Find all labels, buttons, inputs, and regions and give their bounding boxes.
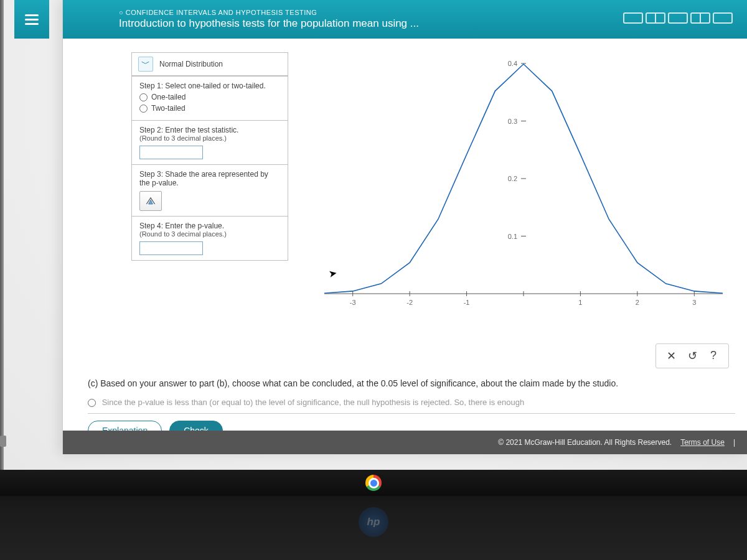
svg-text:3: 3 <box>692 299 696 306</box>
radio-one-tailed[interactable]: One-tailed <box>139 93 280 101</box>
collapse-icon[interactable]: ﹀ <box>138 57 153 72</box>
header-title: Introduction to hypothesis tests for the… <box>119 17 419 30</box>
hp-logo: hp <box>359 507 388 537</box>
menu-button[interactable] <box>14 0 49 39</box>
test-statistic-input[interactable] <box>139 146 203 159</box>
shade-tool-button[interactable] <box>139 191 162 211</box>
p-value-input[interactable] <box>139 241 203 255</box>
radio-icon <box>139 105 148 113</box>
app-header: CONFIDENCE INTERVALS AND HYPOTHESIS TEST… <box>63 0 747 39</box>
step4-note: (Round to 3 decimal places.) <box>139 230 280 238</box>
radio-two-tailed-label: Two-tailed <box>151 104 186 113</box>
svg-text:2: 2 <box>636 299 639 306</box>
clear-button[interactable]: ✕ <box>665 349 677 363</box>
header-layout-widgets[interactable] <box>623 12 733 24</box>
header-category: CONFIDENCE INTERVALS AND HYPOTHESIS TEST… <box>119 9 419 16</box>
radio-two-tailed[interactable]: Two-tailed <box>139 104 280 113</box>
help-button[interactable]: ? <box>707 349 720 363</box>
steps-panel: ﹀ Normal Distribution Step 1: Select one… <box>131 52 288 261</box>
step3-label-b: the p-value. <box>139 179 280 187</box>
step4-label: Step 4: Enter the p-value. <box>139 222 280 230</box>
app-window: CONFIDENCE INTERVALS AND HYPOTHESIS TEST… <box>62 0 747 454</box>
copyright-text: © 2021 McGraw-Hill Education. All Rights… <box>498 438 672 447</box>
step1-label: Step 1: Select one-tailed or two-tailed. <box>139 82 280 90</box>
normal-curve-chart: -3-2-11230.10.20.30.4 <box>299 51 735 319</box>
svg-text:0.2: 0.2 <box>508 175 517 182</box>
svg-text:-3: -3 <box>350 299 356 306</box>
svg-text:0.1: 0.1 <box>508 233 517 240</box>
svg-text:-2: -2 <box>406 299 413 306</box>
os-taskbar[interactable] <box>0 470 747 496</box>
step3-label: Step 3: Shade the area represented by <box>139 170 280 179</box>
chrome-icon[interactable] <box>365 475 382 491</box>
svg-text:1: 1 <box>578 299 582 306</box>
radio-icon[interactable] <box>88 399 96 407</box>
radio-one-tailed-label: One-tailed <box>151 93 186 101</box>
divider <box>88 413 735 414</box>
svg-text:0.4: 0.4 <box>508 60 517 67</box>
step2-label: Step 2: Enter the test statistic. <box>139 126 280 134</box>
tool-tray: ✕ ↺ ? <box>655 343 729 368</box>
svg-text:-1: -1 <box>464 299 470 306</box>
radio-icon <box>139 93 148 101</box>
footer-bar: | <box>733 438 735 447</box>
answer-option-cut: Since the p-value is less than (or equal… <box>102 398 525 407</box>
shade-icon <box>144 195 157 207</box>
question-c: (c) Based on your answer to part (b), ch… <box>88 377 729 390</box>
distribution-label: Normal Distribution <box>159 60 223 68</box>
terms-link[interactable]: Terms of Use <box>680 438 725 447</box>
svg-text:0.3: 0.3 <box>508 118 517 125</box>
step2-note: (Round to 3 decimal places.) <box>139 134 280 142</box>
power-indicator <box>0 436 6 447</box>
footer: © 2021 McGraw-Hill Education. All Rights… <box>63 431 747 454</box>
undo-button[interactable]: ↺ <box>686 349 698 363</box>
